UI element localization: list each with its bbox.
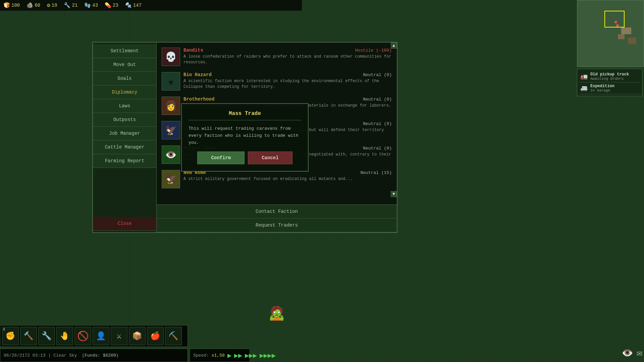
- vehicle-info-truck: Old pickup truck Awaiting Orders: [590, 72, 629, 81]
- speed-panel: Speed: x1,50 ▶ ▶▶ ▶▶▶ ▶▶▶▶: [190, 349, 250, 362]
- minimap-content: [578, 1, 643, 66]
- speed-btn-4[interactable]: ▶▶▶▶: [260, 352, 276, 359]
- stone-icon: 🪨: [26, 2, 33, 9]
- speed-label: Speed:: [193, 353, 209, 358]
- copper-icon: 🔧: [64, 2, 70, 9]
- parts-icon: 🔩: [125, 2, 132, 9]
- action-bar: 0 ✊ 🔨 🔧 🤚 🚫 👤 ⚔️ 📦 🍎 ⛏️: [0, 325, 188, 347]
- speed-btn-3[interactable]: ▶▶▶: [245, 352, 257, 359]
- vehicle-info-expedition: Expedition In Garage: [590, 84, 614, 93]
- action-btn-box[interactable]: 📦: [129, 327, 146, 345]
- datetime-value: 06/26/2172 03:13: [4, 353, 46, 358]
- resource-stone: 🪨 60: [26, 2, 40, 9]
- vehicle-item-truck[interactable]: 🚛 Old pickup truck Awaiting Orders: [579, 71, 640, 82]
- counter-value: 0: [3, 328, 5, 331]
- truck-icon: 🚛: [580, 73, 588, 80]
- mail-icon[interactable]: ✉️: [637, 347, 642, 359]
- resource-food: 🍞 100: [3, 2, 20, 9]
- minimap-building-3: [628, 38, 636, 44]
- action-btn-sword[interactable]: ⚔️: [111, 327, 127, 345]
- iron-value: 19: [52, 3, 57, 8]
- resource-iron: ⚙️ 19: [47, 2, 57, 9]
- medicine-icon: 💊: [105, 2, 111, 9]
- stone-value: 60: [35, 3, 40, 8]
- minimap-building-1: [621, 27, 631, 34]
- eye-icon[interactable]: 👁️: [622, 347, 633, 359]
- action-btn-counter[interactable]: 0 ✊: [2, 327, 19, 345]
- resource-parts: 🔩 147: [125, 2, 142, 9]
- cloth-value: 43: [92, 3, 98, 8]
- dialog-buttons: Confirm Cancel: [189, 152, 301, 164]
- speed-value: x1,50: [212, 353, 225, 358]
- minimap-enemy-2: [616, 24, 619, 27]
- cancel-button[interactable]: Cancel: [248, 152, 292, 164]
- character-walker: 🧟: [268, 305, 285, 322]
- vehicle-panel: 🚛 Old pickup truck Awaiting Orders 🚐 Exp…: [577, 69, 642, 96]
- action-btn-wrench[interactable]: 🔧: [38, 327, 55, 345]
- food-value: 100: [11, 3, 20, 8]
- minimap: [577, 0, 644, 67]
- dialog-overlay: Mass Trade This will request trading car…: [92, 42, 397, 233]
- food-icon: 🍞: [3, 2, 10, 9]
- expedition-status: In Garage: [590, 88, 614, 93]
- expedition-icon: 🚐: [580, 84, 588, 92]
- action-btn-stop[interactable]: 🚫: [74, 327, 91, 345]
- weather-value: Clear Sky: [53, 353, 77, 358]
- dialog-title: Mass Trade: [189, 111, 301, 120]
- resource-medicine: 💊 23: [105, 2, 118, 9]
- action-btn-pickaxe[interactable]: ⛏️: [165, 327, 182, 345]
- dialog-text: This will request trading caravans from …: [189, 125, 301, 146]
- expedition-name: Expedition: [590, 84, 614, 88]
- parts-value: 147: [133, 3, 142, 8]
- iron-icon: ⚙️: [47, 2, 50, 9]
- bottom-right-icons: 👁️ ✉️: [622, 347, 642, 359]
- resource-cloth: 🧤 43: [84, 2, 98, 9]
- status-bar: 06/26/2172 03:13 | Clear Sky (Funds: $62…: [0, 349, 188, 362]
- resource-bar: 🍞 100 🪨 60 ⚙️ 19 🔧 21 🧤 43 💊 23 🔩 147: [0, 0, 302, 11]
- speed-btn-2[interactable]: ▶▶: [234, 352, 242, 359]
- speed-btn-1[interactable]: ▶: [227, 352, 231, 359]
- action-btn-person[interactable]: 👤: [93, 327, 109, 345]
- cloth-icon: 🧤: [84, 2, 91, 9]
- mass-trade-dialog: Mass Trade This will request trading car…: [181, 103, 309, 171]
- vehicle-item-expedition[interactable]: 🚐 Expedition In Garage: [579, 82, 640, 94]
- truck-status: Awaiting Orders: [590, 77, 629, 81]
- action-btn-hammer[interactable]: 🔨: [20, 327, 37, 345]
- minimap-enemy: [614, 21, 617, 23]
- status-funds: (Funds: $6209): [82, 353, 118, 358]
- resource-copper: 🔧 21: [64, 2, 77, 9]
- medicine-value: 23: [113, 3, 118, 8]
- status-datetime: 06/26/2172 03:13 | Clear Sky: [4, 353, 77, 358]
- minimap-viewport: [604, 11, 625, 27]
- copper-value: 21: [72, 3, 77, 8]
- action-btn-hand[interactable]: 🤚: [56, 327, 73, 345]
- confirm-button[interactable]: Confirm: [197, 152, 245, 164]
- action-btn-apple[interactable]: 🍎: [147, 327, 164, 345]
- minimap-building-2: [618, 34, 625, 39]
- truck-name: Old pickup truck: [590, 72, 629, 77]
